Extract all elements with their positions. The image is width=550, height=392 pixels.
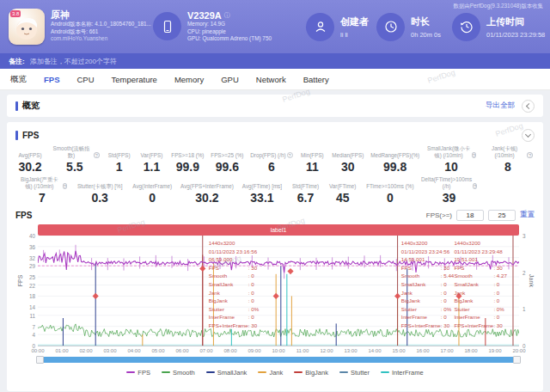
tab-gpu[interactable]: GPU (221, 75, 239, 84)
metric-smalljank: SmallJank(微小卡顿) (/10min)?10 (426, 144, 476, 174)
info-icon[interactable]: ? (63, 183, 67, 189)
export-all-link[interactable]: 导出全部 (486, 101, 515, 111)
x-axis-tick: 15:00 (392, 348, 405, 353)
metric-value: 5.5 (66, 160, 82, 174)
fps-threshold-label: FPS(>=) (426, 211, 452, 219)
history-clock-icon (452, 13, 480, 41)
overview-collapse-button[interactable] (522, 100, 535, 113)
metric-value: 1 (116, 160, 123, 174)
info-icon[interactable]: ? (473, 183, 477, 189)
x-axis-tick: 00:00 (31, 348, 44, 353)
overview-section-title: 概览 (15, 100, 40, 112)
x-axis-tick: 16:00 (416, 348, 429, 353)
scrollbar-left-handle[interactable] (36, 356, 44, 364)
metric-value: 1.1 (144, 160, 160, 174)
upload-block: 上传时间 01/11/2023 23:29:58 (452, 13, 550, 41)
metric-var_ftime: Var(FTime)45 (329, 175, 356, 205)
metric-value: 0 (387, 191, 394, 205)
x-axis-tick: 19:00 (488, 348, 501, 353)
metric-fps_ge_25: FPS>=25 (%)99.6 (211, 144, 243, 174)
app-meta: 原神 Android版本名称: 4.1.0_18054760_181... An… (51, 9, 151, 45)
chart-label-banner-text: label1 (271, 227, 287, 233)
legend-color-chip (381, 371, 389, 373)
legend-color-chip (294, 371, 302, 373)
legend-color-chip (339, 371, 348, 373)
y-axis-right-tick: 2 (522, 269, 526, 275)
chart-legend: FPSSmoothSmallJankJankBigJankStutterInte… (15, 367, 535, 377)
info-icon[interactable]: ? (94, 152, 100, 158)
metric-label: Var(FTime) (329, 175, 356, 189)
info-icon[interactable]: ? (472, 152, 476, 158)
metric-label: Jank(卡顿) (/10min)? (483, 144, 533, 158)
tab-fps[interactable]: FPS (44, 75, 59, 84)
scrollbar-right-handle[interactable] (513, 356, 521, 364)
x-axis-tick: 17:00 (440, 348, 453, 353)
tab-temperature[interactable]: Temperature (112, 75, 157, 84)
metric-value: 11 (306, 160, 319, 174)
legend-item-fps[interactable]: FPS (126, 369, 150, 377)
metric-var_fps: Var(FPS)1.1 (138, 144, 164, 174)
metric-label: Min(FPS) (301, 144, 324, 158)
notes-placeholder: 添加备注，不超过200个字符 (30, 57, 117, 66)
fps-collapse-button[interactable] (522, 129, 535, 142)
metric-avg_interframe: Avg(InterFrame)0 (132, 175, 172, 205)
legend-item-bigjank[interactable]: BigJank (294, 369, 328, 377)
fps-threshold-low-input[interactable] (456, 210, 484, 221)
x-axis-tick: 10:00 (272, 348, 284, 353)
legend-label: SmallJank (217, 369, 248, 377)
fps-threshold-controls: FPS(>=) 重置 (426, 210, 535, 221)
x-axis-tick: 11:00 (296, 348, 309, 353)
legend-label: InterFrame (392, 369, 424, 377)
metric-value: 45 (336, 191, 350, 205)
tab-network[interactable]: Network (256, 75, 286, 84)
tab-memory[interactable]: Memory (174, 75, 204, 84)
fps-threshold-high-input[interactable] (488, 210, 516, 221)
device-info-icon[interactable]: ⓘ (224, 11, 230, 20)
legend-item-stutter[interactable]: Stutter (339, 369, 370, 377)
metric-ftime_ge_100: FTime>=100ms (%)0 (366, 175, 413, 205)
y-axis-right-tick: 1 (522, 306, 526, 312)
duration-label: 时长 (411, 15, 441, 28)
tab-battery[interactable]: Battery (303, 75, 329, 84)
x-axis-tick: 02:00 (79, 348, 92, 353)
chart-scrollbar[interactable] (38, 357, 519, 363)
chevron-left-icon (526, 102, 532, 108)
y-axis-left-tick: 11 (29, 312, 35, 318)
reset-link[interactable]: 重置 (520, 210, 535, 220)
tab-cpu[interactable]: CPU (76, 75, 94, 84)
metric-label: BigJank(严重卡顿) (/10min)? (17, 175, 67, 189)
x-axis-tick: 09:00 (248, 348, 260, 353)
legend-label: Jank (269, 369, 283, 377)
chart-canvas (38, 236, 519, 346)
clock-icon (376, 13, 405, 41)
legend-item-interframe[interactable]: InterFrame (381, 369, 424, 377)
y-axis-right-tick: 3 (522, 233, 526, 239)
x-axis-tick: 18:00 (464, 348, 477, 353)
app-version-name: Android版本名称: 4.1.0_18054760_181... (51, 21, 151, 28)
x-axis-tick: 20:00 (512, 348, 525, 353)
legend-item-smalljank[interactable]: SmallJank (206, 369, 248, 377)
app-package: com.miHoYo.Yuanshen (51, 35, 151, 42)
info-icon[interactable]: ? (527, 152, 533, 158)
metric-value: 6 (268, 160, 275, 174)
notes-bar[interactable]: 备注: 添加备注，不超过200个字符 (0, 53, 550, 69)
metric-label: Var(FPS) (141, 144, 163, 158)
chart-plot[interactable]: 04711141822252932364001231440x320001/11/… (38, 236, 519, 346)
legend-item-smooth[interactable]: Smooth (162, 369, 195, 377)
legend-item-jank[interactable]: Jank (258, 369, 283, 377)
y-axis-left-tick: 7 (32, 323, 35, 329)
tab-overview[interactable]: 概览 (10, 74, 27, 85)
metric-value: 10 (444, 160, 458, 174)
metric-std_fps: Std(FPS)1 (107, 144, 132, 174)
x-axis-tick: 07:00 (199, 348, 212, 353)
creator-label: 创建者 (340, 15, 369, 28)
metric-delta_ftime: Delta(FTime)>100ms (/h)?39 (424, 175, 474, 205)
device-memory: Memory: 14.9G (187, 21, 272, 28)
metric-label: Avg(InterFrame) (132, 175, 172, 189)
info-icon[interactable]: ? (287, 152, 293, 158)
overview-section: 概览 导出全部 (7, 95, 543, 117)
legend-color-chip (162, 371, 170, 373)
metric-value: 7 (39, 191, 46, 205)
metric-stutter: Stutter(卡顿率) [%]0.3 (77, 175, 122, 205)
metric-value: 33.1 (250, 191, 273, 205)
